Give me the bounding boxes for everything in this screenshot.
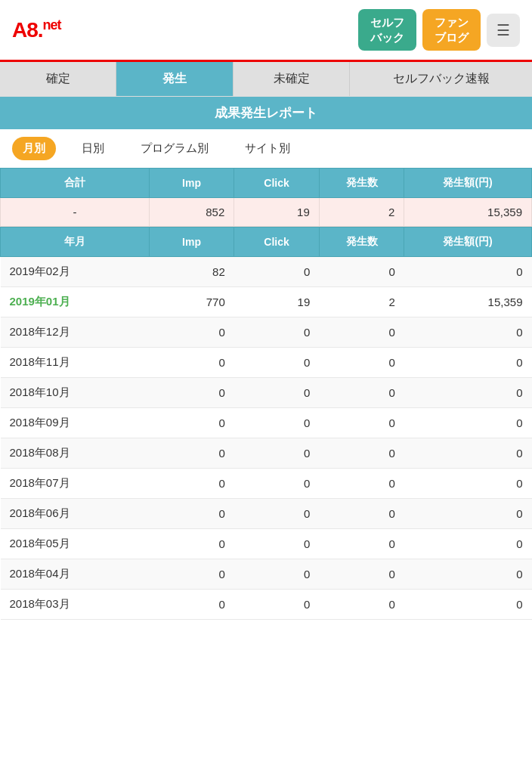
table-row: 2018年04月0000	[1, 559, 532, 590]
table-row: 2018年05月0000	[1, 529, 532, 559]
cell-yearmonth: 2018年04月	[1, 559, 150, 590]
summary-imp: 852	[149, 198, 234, 227]
summary-label: -	[1, 198, 150, 227]
cell-imp: 0	[149, 590, 234, 620]
cell-yearmonth: 2019年02月	[1, 257, 150, 287]
header: A8.net セルフバック ファンブログ ☰	[0, 0, 532, 62]
data-header-amount: 発生額(円)	[404, 228, 532, 257]
tab-mikakunin[interactable]: 未確定	[234, 62, 350, 96]
cell-count: 0	[319, 348, 404, 378]
main-tabs: 確定 発生 未確定 セルフバック速報	[0, 62, 532, 97]
cell-yearmonth: 2018年03月	[1, 590, 150, 620]
cell-amount: 0	[404, 499, 532, 529]
cell-imp: 0	[149, 408, 234, 438]
cell-yearmonth: 2018年10月	[1, 378, 150, 408]
cell-count: 0	[319, 559, 404, 590]
cell-count: 0	[319, 378, 404, 408]
cell-click: 0	[234, 559, 319, 590]
fanblog-button[interactable]: ファンブログ	[422, 9, 481, 51]
cell-imp: 770	[149, 287, 234, 317]
subtab-monthly[interactable]: 月別	[12, 137, 56, 160]
cell-count: 0	[319, 317, 404, 348]
cell-imp: 0	[149, 469, 234, 499]
cell-yearmonth: 2018年06月	[1, 499, 150, 529]
summary-click: 19	[234, 198, 319, 227]
cell-imp: 0	[149, 499, 234, 529]
subtab-daily[interactable]: 日別	[71, 137, 115, 160]
table-row: 2018年06月0000	[1, 499, 532, 529]
summary-header-label: 合計	[1, 169, 150, 198]
cell-imp: 0	[149, 559, 234, 590]
cell-yearmonth: 2018年05月	[1, 529, 150, 559]
cell-amount: 0	[404, 257, 532, 287]
cell-click: 0	[234, 529, 319, 559]
cell-click: 0	[234, 438, 319, 469]
summary-amount: 15,359	[404, 198, 532, 227]
cell-yearmonth: 2018年12月	[1, 317, 150, 348]
table-row: 2018年10月0000	[1, 378, 532, 408]
table-row: 2018年03月0000	[1, 590, 532, 620]
cell-imp: 0	[149, 317, 234, 348]
cell-count: 0	[319, 499, 404, 529]
report-title: 成果発生レポート	[0, 97, 532, 129]
summary-header-amount: 発生額(円)	[404, 169, 532, 198]
sub-tabs: 月別 日別 プログラム別 サイト別	[0, 129, 532, 168]
cell-count: 2	[319, 287, 404, 317]
logo: A8.net	[12, 17, 61, 42]
table-row: 2018年11月0000	[1, 348, 532, 378]
cell-click: 0	[234, 499, 319, 529]
menu-button[interactable]: ☰	[487, 14, 520, 47]
data-header-count: 発生数	[319, 228, 404, 257]
table-row: 2019年01月77019215,359	[1, 287, 532, 317]
table-row: 2018年09月0000	[1, 408, 532, 438]
cell-imp: 0	[149, 378, 234, 408]
cell-click: 0	[234, 348, 319, 378]
subtab-site[interactable]: サイト別	[234, 137, 301, 160]
selfback-button[interactable]: セルフバック	[358, 9, 416, 51]
cell-amount: 0	[404, 378, 532, 408]
summary-table: 合計 Imp Click 発生数 発生額(円) - 852 19 2 15,35…	[0, 168, 532, 227]
cell-amount: 15,359	[404, 287, 532, 317]
cell-click: 0	[234, 317, 319, 348]
data-table: 年月 Imp Click 発生数 発生額(円) 2019年02月82000201…	[0, 227, 532, 620]
cell-yearmonth: 2018年08月	[1, 438, 150, 469]
summary-header-imp: Imp	[149, 169, 234, 198]
summary-count: 2	[319, 198, 404, 227]
tab-selfback-sokuho[interactable]: セルフバック速報	[350, 62, 532, 96]
cell-count: 0	[319, 408, 404, 438]
table-row: 2018年08月0000	[1, 438, 532, 469]
header-buttons: セルフバック ファンブログ ☰	[358, 9, 520, 51]
data-header-imp: Imp	[149, 228, 234, 257]
summary-header-count: 発生数	[319, 169, 404, 198]
subtab-program[interactable]: プログラム別	[130, 137, 219, 160]
cell-amount: 0	[404, 408, 532, 438]
table-row: 2019年02月82000	[1, 257, 532, 287]
cell-count: 0	[319, 438, 404, 469]
cell-click: 0	[234, 408, 319, 438]
cell-amount: 0	[404, 317, 532, 348]
cell-imp: 82	[149, 257, 234, 287]
cell-count: 0	[319, 469, 404, 499]
summary-header-click: Click	[234, 169, 319, 198]
cell-yearmonth: 2018年11月	[1, 348, 150, 378]
cell-amount: 0	[404, 559, 532, 590]
cell-click: 0	[234, 590, 319, 620]
table-row: 2018年07月0000	[1, 469, 532, 499]
data-header-click: Click	[234, 228, 319, 257]
cell-amount: 0	[404, 348, 532, 378]
cell-yearmonth: 2019年01月	[1, 287, 150, 317]
cell-amount: 0	[404, 529, 532, 559]
cell-amount: 0	[404, 469, 532, 499]
cell-imp: 0	[149, 348, 234, 378]
cell-click: 0	[234, 469, 319, 499]
tab-hassei[interactable]: 発生	[116, 62, 233, 96]
data-header-yearmonth: 年月	[1, 228, 150, 257]
cell-amount: 0	[404, 438, 532, 469]
cell-click: 19	[234, 287, 319, 317]
tab-kakutei[interactable]: 確定	[0, 62, 116, 96]
table-row: 2018年12月0000	[1, 317, 532, 348]
cell-count: 0	[319, 257, 404, 287]
cell-click: 0	[234, 257, 319, 287]
cell-imp: 0	[149, 529, 234, 559]
cell-imp: 0	[149, 438, 234, 469]
